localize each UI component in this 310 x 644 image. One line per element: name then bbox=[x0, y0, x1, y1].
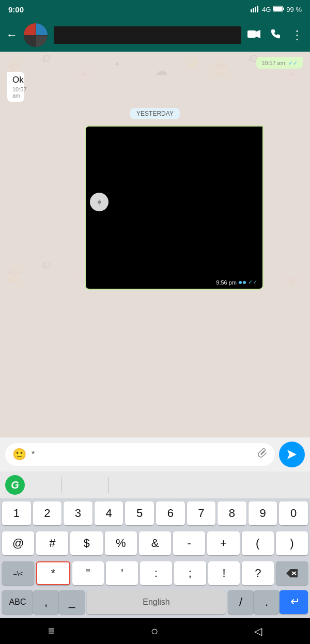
back-button[interactable]: ← bbox=[6, 28, 18, 42]
symbols-row-1: @ # $ % & - + ( ) bbox=[0, 528, 310, 558]
signal-icon bbox=[251, 5, 260, 14]
svg-marker-8 bbox=[256, 30, 260, 38]
svg-rect-7 bbox=[247, 30, 256, 38]
key-rparen[interactable]: ) bbox=[276, 531, 308, 555]
send-button[interactable] bbox=[279, 442, 305, 467]
battery-percent: 99 % bbox=[286, 6, 302, 13]
space-key[interactable]: English bbox=[87, 590, 226, 614]
key-8[interactable]: 8 bbox=[218, 501, 246, 525]
enter-key[interactable] bbox=[280, 590, 308, 614]
back-nav-icon[interactable]: ◁ bbox=[254, 625, 262, 637]
key-asterisk[interactable]: * bbox=[36, 561, 70, 585]
video-message-wrapper: ➧ 9:56 pm ✓✓ bbox=[85, 125, 303, 290]
status-bar: 9:00 4G 99 % bbox=[0, 0, 310, 19]
svg-rect-5 bbox=[283, 7, 284, 10]
key-plus[interactable]: + bbox=[207, 531, 239, 555]
forward-button[interactable]: ➧ bbox=[90, 193, 109, 211]
key-minus[interactable]: - bbox=[173, 531, 205, 555]
home-nav-icon[interactable]: ○ bbox=[151, 624, 159, 638]
message-incoming-cut: 10:57 am ✓✓ bbox=[256, 57, 303, 69]
underscore-key[interactable]: _ bbox=[59, 590, 85, 614]
read-indicators bbox=[239, 281, 246, 284]
key-ampersand[interactable]: & bbox=[139, 531, 171, 555]
message-input-text[interactable]: * bbox=[32, 450, 251, 459]
incoming-cut-time: 10:57 am ✓✓ bbox=[261, 60, 298, 66]
nav-bar: ≡ ○ ◁ bbox=[0, 618, 310, 644]
network-label: 4G bbox=[262, 6, 271, 13]
symbols-row-2: =\< * " ' : ; ! ? bbox=[0, 558, 310, 588]
abc-button[interactable]: ABC bbox=[2, 590, 33, 614]
bottom-key-row: ABC , _ English / . bbox=[0, 588, 310, 618]
svg-rect-6 bbox=[273, 7, 282, 11]
key-4[interactable]: 4 bbox=[95, 501, 123, 525]
message-ok-time: 10:57 am bbox=[12, 86, 19, 99]
key-7[interactable]: 7 bbox=[187, 501, 216, 525]
key-1[interactable]: 1 bbox=[2, 501, 31, 525]
key-0[interactable]: 0 bbox=[279, 501, 308, 525]
key-at[interactable]: @ bbox=[2, 531, 34, 555]
key-6[interactable]: 6 bbox=[156, 501, 185, 525]
chat-area: 10:57 am ✓✓ Ok 10:57 am YESTERDAY ➧ 9:56… bbox=[0, 52, 310, 437]
key-dquote[interactable]: " bbox=[72, 561, 104, 585]
video-time-text: 9:56 pm bbox=[216, 279, 237, 286]
key-2[interactable]: 2 bbox=[33, 501, 62, 525]
status-time: 9:00 bbox=[8, 5, 24, 14]
key-percent[interactable]: % bbox=[105, 531, 137, 555]
chat-header: ← ⋮ bbox=[0, 19, 310, 52]
svg-marker-9 bbox=[287, 450, 297, 459]
key-equals-backslash-lt[interactable]: =\< bbox=[2, 561, 34, 585]
message-ok-text: Ok bbox=[12, 75, 24, 85]
key-dollar[interactable]: $ bbox=[70, 531, 102, 555]
double-check-icon: ✓✓ bbox=[248, 279, 257, 286]
contact-name bbox=[54, 26, 241, 44]
svg-rect-3 bbox=[257, 6, 258, 12]
key-lparen[interactable]: ( bbox=[242, 531, 274, 555]
divider-1 bbox=[61, 477, 61, 493]
svg-rect-2 bbox=[255, 7, 256, 12]
dot-key[interactable]: . bbox=[254, 590, 280, 614]
key-colon[interactable]: : bbox=[140, 561, 172, 585]
grammarly-row: G bbox=[0, 472, 310, 498]
phone-icon[interactable] bbox=[270, 28, 282, 42]
svg-rect-0 bbox=[251, 9, 252, 12]
grammarly-icon[interactable]: G bbox=[5, 475, 25, 495]
key-3[interactable]: 3 bbox=[64, 501, 92, 525]
key-9[interactable]: 9 bbox=[249, 501, 277, 525]
svg-rect-1 bbox=[253, 8, 254, 12]
avatar bbox=[24, 23, 48, 47]
dot-1 bbox=[239, 281, 242, 284]
status-icons: 4G 99 % bbox=[251, 5, 302, 14]
key-squote[interactable]: ' bbox=[106, 561, 138, 585]
date-badge: YESTERDAY bbox=[130, 108, 180, 119]
menu-nav-icon[interactable]: ≡ bbox=[48, 624, 55, 638]
video-timestamp: 9:56 pm ✓✓ bbox=[216, 279, 257, 286]
video-call-icon[interactable] bbox=[247, 29, 261, 41]
message-input-field[interactable]: 🙂 * bbox=[5, 443, 275, 466]
divider-2 bbox=[108, 477, 109, 493]
key-hash[interactable]: # bbox=[36, 531, 68, 555]
number-row: 1 2 3 4 5 6 7 8 9 0 bbox=[0, 498, 310, 528]
slash-key[interactable]: / bbox=[228, 590, 254, 614]
video-thumbnail bbox=[86, 127, 264, 289]
attach-button[interactable] bbox=[256, 448, 268, 462]
key-question[interactable]: ? bbox=[242, 561, 274, 585]
dot-2 bbox=[243, 281, 246, 284]
input-bar: 🙂 * bbox=[0, 437, 310, 472]
message-ok: Ok 10:57 am bbox=[7, 72, 41, 102]
emoji-button[interactable]: 🙂 bbox=[12, 448, 26, 461]
battery-icon bbox=[273, 6, 284, 13]
video-message: 9:56 pm ✓✓ bbox=[85, 125, 264, 290]
key-5[interactable]: 5 bbox=[125, 501, 154, 525]
key-exclaim[interactable]: ! bbox=[208, 561, 240, 585]
keyboard: G 1 2 3 4 5 6 7 8 9 0 @ # $ % & - + ( ) … bbox=[0, 472, 310, 618]
key-semicolon[interactable]: ; bbox=[174, 561, 206, 585]
backspace-button[interactable] bbox=[276, 561, 308, 585]
comma-key[interactable]: , bbox=[33, 590, 59, 614]
more-options-icon[interactable]: ⋮ bbox=[291, 28, 304, 42]
header-actions: ⋮ bbox=[247, 28, 304, 42]
